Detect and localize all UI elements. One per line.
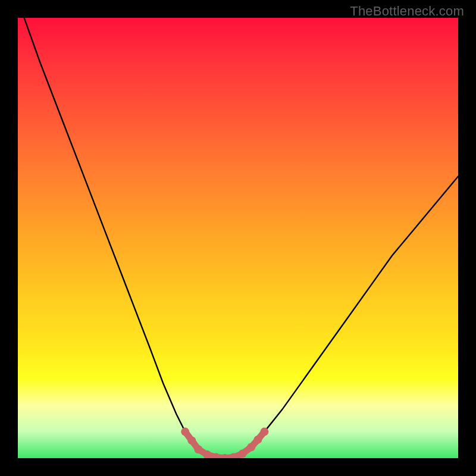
marker-dot: [260, 428, 268, 436]
chart-svg: [18, 18, 458, 458]
plot-area: [18, 18, 458, 458]
chart-frame: TheBottleneck.com: [0, 0, 476, 476]
marker-dot: [187, 436, 196, 444]
marker-dot: [181, 428, 189, 436]
marker-dot: [194, 445, 202, 453]
marker-dots-group: [181, 428, 268, 458]
watermark-text: TheBottleneck.com: [350, 4, 464, 19]
marker-dot: [253, 436, 262, 444]
marker-dot: [238, 450, 246, 458]
marker-dot: [247, 443, 255, 452]
bottleneck-curve: [18, 18, 458, 458]
